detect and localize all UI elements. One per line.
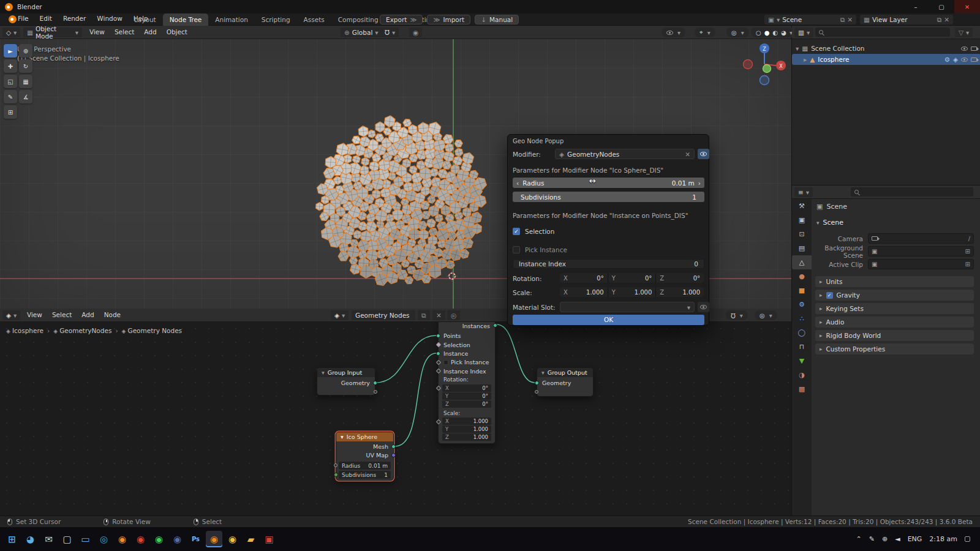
taskbar-whatsapp[interactable]: ◉ xyxy=(151,531,167,547)
geometry-input-socket[interactable] xyxy=(535,381,539,385)
tab-view-layer[interactable]: ▤ xyxy=(792,241,812,255)
taskbar-mail[interactable]: ✉ xyxy=(40,531,57,547)
tab-scene[interactable]: △ xyxy=(792,255,812,269)
proportional-edit-button[interactable]: ◉ xyxy=(409,28,422,37)
menu-view[interactable]: View xyxy=(22,310,47,319)
camera-icon[interactable] xyxy=(971,47,977,51)
axis-field-z[interactable]: Z1.000 xyxy=(656,287,704,297)
node-snap-toggle[interactable]: Ω ▾ xyxy=(726,310,748,320)
shading-solid-icon[interactable]: ● xyxy=(764,29,770,36)
tree-browse-button[interactable]: ◈ ▾ xyxy=(331,310,349,320)
disclosure-icon[interactable]: ▸ xyxy=(804,56,807,63)
camera-field[interactable]: ∕ xyxy=(868,233,974,244)
node-overlays-toggle[interactable]: ◎ ▾ xyxy=(755,310,777,320)
mode-dropdown[interactable]: ▦ Object Mode ▾ xyxy=(23,28,82,37)
taskbar-widgets[interactable]: ◕ xyxy=(22,531,39,547)
taskbar-files[interactable]: ▰ xyxy=(243,531,259,547)
panel-custom-properties[interactable]: ▸Custom Properties xyxy=(815,343,974,354)
import-button[interactable]: ≫ Import xyxy=(427,15,470,24)
panel-gravity[interactable]: ▸✓Gravity xyxy=(815,290,974,301)
virtual-socket[interactable] xyxy=(535,390,538,394)
filter-button[interactable]: ▽ ▾ xyxy=(955,28,973,37)
camera-icon[interactable] xyxy=(971,58,977,62)
editor-type-button[interactable]: ◇ ▾ xyxy=(2,28,20,37)
radius-input-socket[interactable] xyxy=(334,463,337,467)
ok-button[interactable]: OK xyxy=(513,315,704,325)
axis-field-x[interactable]: X0° xyxy=(560,273,608,283)
tab-constraints[interactable]: ⊓ xyxy=(792,340,812,354)
decrement-icon[interactable]: ‹ xyxy=(513,179,522,187)
orientation-dropdown[interactable]: ⊕ Global ▾ xyxy=(341,28,382,37)
material-visibility-toggle[interactable] xyxy=(698,302,709,312)
properties-search-input[interactable] xyxy=(851,187,973,197)
export-button[interactable]: Export ≫ xyxy=(380,15,423,24)
menu-add[interactable]: Add xyxy=(139,28,161,36)
instanced-icosphere[interactable] xyxy=(309,110,493,294)
eyedropper-icon[interactable]: ∕ xyxy=(968,235,970,242)
workspace-tab-layout[interactable]: Layout xyxy=(127,13,163,26)
unlink-scene-icon[interactable]: ✕ xyxy=(847,16,853,23)
outliner-search-input[interactable] xyxy=(815,28,950,37)
menu-select[interactable]: Select xyxy=(110,28,139,36)
taskbar-blender[interactable]: ◉ xyxy=(206,531,222,547)
active-clip-field[interactable]: ▣ ⊞ xyxy=(868,259,974,269)
editor-type-button[interactable]: ≡ ▾ xyxy=(794,187,813,197)
taskbar-edge[interactable]: ◎ xyxy=(96,531,112,547)
tool-move[interactable]: ✚ xyxy=(4,59,17,73)
axis-field-y[interactable]: Y1.000 xyxy=(608,287,656,297)
background-scene-field[interactable]: ▣ ⊞ xyxy=(868,246,974,257)
tab-modifiers[interactable]: ⚙ xyxy=(792,298,812,312)
taskbar-chrome[interactable]: ◉ xyxy=(224,531,241,547)
increment-icon[interactable]: › xyxy=(695,179,704,187)
panel-rigid-body-world[interactable]: ▸Rigid Body World xyxy=(815,330,974,341)
tray-expand-icon[interactable]: ⌃ xyxy=(856,535,862,543)
notification-icon[interactable] xyxy=(965,536,970,542)
copy-tree-button[interactable]: ⧉ xyxy=(418,310,430,320)
axis-field-x[interactable]: X0° xyxy=(442,384,491,392)
pick-instance-checkbox[interactable] xyxy=(443,360,448,365)
breadcrumb-item-geometry-nodes[interactable]: ◈Geometry Nodes xyxy=(122,327,183,334)
outliner-row-scene-collection[interactable]: ▾ ▦ Scene Collection xyxy=(792,43,980,54)
subdivisions-slider[interactable]: Subdivisions 1 xyxy=(513,192,704,202)
new-layer-icon[interactable]: ⧉ xyxy=(937,16,942,24)
pen-icon[interactable]: ✎ xyxy=(869,535,875,543)
taskbar-monitor[interactable]: ▭ xyxy=(77,531,94,547)
node-header[interactable]: ▾ Ico Sphere xyxy=(336,432,393,441)
clock[interactable]: 2:18 am xyxy=(929,535,957,543)
tab-object[interactable]: ■ xyxy=(792,283,812,298)
tab-tool[interactable]: ⚒ xyxy=(792,199,812,213)
modifier-dropdown[interactable]: ◈ GeometryNodes ✕ xyxy=(555,149,695,159)
uvmap-output-socket[interactable] xyxy=(391,453,396,457)
axis-field-y[interactable]: Y1.000 xyxy=(442,425,491,433)
tool-add-primitive[interactable]: ⊞ xyxy=(4,105,17,119)
workspace-tab-compositing[interactable]: Compositing xyxy=(331,13,385,26)
new-icon[interactable]: ⊞ xyxy=(965,261,970,268)
collapse-icon[interactable]: ▾ xyxy=(322,368,325,377)
node-group-input[interactable]: ▾ Group Input Geometry xyxy=(317,367,375,395)
node-instance-on-points[interactable]: Instances Points Selection Instance Pick… xyxy=(438,320,496,444)
new-scene-icon[interactable]: ⧉ xyxy=(840,16,845,24)
menu-render[interactable]: Render xyxy=(58,13,91,23)
instance-input-socket[interactable] xyxy=(436,351,440,356)
remove-layer-icon[interactable]: ✕ xyxy=(944,16,949,23)
breadcrumb-item-geometrynodes[interactable]: ◈GeometryNodes xyxy=(53,327,111,334)
new-icon[interactable]: ⊞ xyxy=(965,248,970,255)
panel-audio[interactable]: ▸Audio xyxy=(815,317,974,328)
tab-object-data[interactable]: ▼ xyxy=(792,354,812,368)
tab-world[interactable]: ● xyxy=(792,269,812,283)
network-icon[interactable]: ⊕ xyxy=(882,535,888,543)
workspace-tab-animation[interactable]: Animation xyxy=(208,13,255,26)
menu-window[interactable]: Window xyxy=(91,13,127,23)
eye-icon[interactable] xyxy=(961,47,968,51)
tool-measure[interactable]: ∡ xyxy=(19,90,32,103)
modifier-visibility-toggle[interactable] xyxy=(698,149,709,159)
minimize-button[interactable]: – xyxy=(903,0,929,13)
material-slot-dropdown[interactable]: ▾ xyxy=(560,302,695,312)
tab-material[interactable]: ◑ xyxy=(792,368,812,382)
gizmo-toggle[interactable]: ⌖ ▾ xyxy=(695,28,715,37)
eye-icon[interactable] xyxy=(961,58,968,62)
pick-instance-checkbox[interactable] xyxy=(513,246,520,253)
axis-field-y[interactable]: Y0° xyxy=(608,273,656,283)
geometry-output-socket[interactable] xyxy=(373,381,377,385)
tab-render[interactable]: ▣ xyxy=(792,213,812,227)
